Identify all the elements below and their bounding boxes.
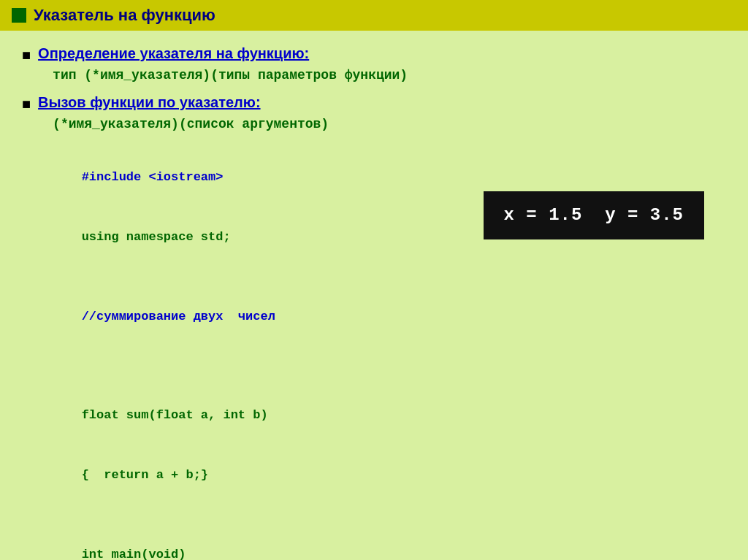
func-body-text: { return a + b;} bbox=[82, 468, 208, 482]
main-def-line: int main(void) bbox=[22, 525, 726, 560]
output-box: x = 1.5 y = 3.5 bbox=[484, 191, 704, 239]
using-text: using namespace std; bbox=[82, 230, 231, 244]
slide-title: Указатель на функцию bbox=[34, 6, 215, 25]
func-body-line: { return a + b;} bbox=[22, 445, 726, 505]
main-def-text: int main(void) bbox=[82, 548, 186, 560]
comment1-line: //суммирование двух чисел x = 1.5 y = 3.… bbox=[22, 286, 726, 386]
code-block: #include <iostream> using namespace std;… bbox=[22, 147, 726, 560]
definition-title: Определение указателя на функцию: bbox=[38, 45, 726, 62]
call-title: Вызов функции по указателю: bbox=[38, 94, 726, 111]
definition-section: ■ Определение указателя на функцию: тип … bbox=[22, 45, 726, 85]
slide: Указатель на функцию ■ Определение указа… bbox=[0, 0, 748, 560]
call-syntax: (*имя_указателя)(список аргументов) bbox=[53, 117, 726, 131]
definition-syntax: тип (*имя_указателя)(типы параметров фун… bbox=[53, 68, 726, 83]
comment1-text: //суммирование двух чисел bbox=[82, 310, 275, 323]
slide-content: ■ Определение указателя на функцию: тип … bbox=[0, 31, 748, 560]
bullet-2: ■ bbox=[22, 96, 31, 112]
include-text: #include <iostream> bbox=[82, 170, 224, 184]
func-def-line: float sum(float a, int b) bbox=[22, 386, 726, 445]
call-content: Вызов функции по указателю: (*имя_указат… bbox=[38, 94, 726, 134]
func-def-text: float sum(float a, int b) bbox=[82, 408, 268, 422]
call-section: ■ Вызов функции по указателю: (*имя_указ… bbox=[22, 94, 726, 134]
slide-header: Указатель на функцию bbox=[0, 0, 748, 31]
header-icon bbox=[12, 8, 26, 23]
definition-content: Определение указателя на функцию: тип (*… bbox=[38, 45, 726, 85]
bullet-1: ■ bbox=[22, 47, 31, 64]
